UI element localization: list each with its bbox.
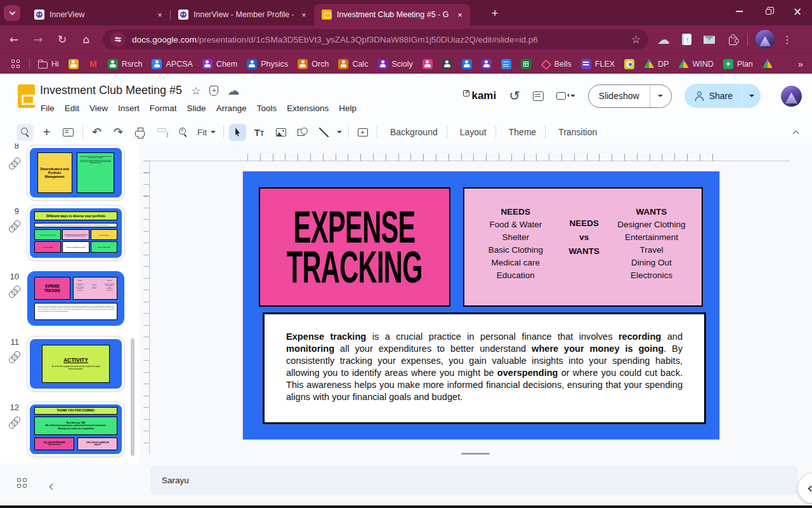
bookmark-item[interactable] [69, 59, 79, 69]
bookmark-item[interactable]: Scioly [377, 59, 412, 69]
grid-view-button[interactable] [17, 478, 27, 488]
tab-close-icon[interactable]: × [455, 10, 465, 20]
mail-extension-icon[interactable] [703, 33, 716, 46]
background-button[interactable]: Background [383, 124, 445, 140]
account-avatar[interactable] [781, 86, 802, 107]
refresh-button[interactable]: ↻ [52, 29, 72, 50]
select-tool-icon[interactable] [229, 124, 246, 141]
slide-thumbnail[interactable]: Different ways to diverse your portfolio… [27, 205, 125, 261]
document-title[interactable]: Investment Club Meeting #5 [40, 84, 182, 97]
bookmark-item[interactable]: Rsrch [108, 59, 143, 69]
browser-tab-active[interactable]: Investment Club Meeting #5 - G × [314, 4, 470, 25]
chevron-down-icon[interactable] [211, 131, 216, 136]
restore-button[interactable] [754, 0, 783, 23]
approvals-shield-icon[interactable] [209, 86, 218, 96]
share-dropdown[interactable] [742, 84, 761, 108]
browser-menu-icon[interactable]: ⋮ [782, 34, 792, 46]
bookmark-item[interactable]: DP [644, 59, 669, 69]
tab-close-icon[interactable]: × [155, 10, 165, 20]
bookmarks-overflow-chevron[interactable]: » [798, 58, 803, 69]
saved-to-drive-cloud-icon[interactable]: ☁ [227, 84, 239, 97]
slide-thumbnail[interactable]: Diversification and Portfolio Management… [27, 145, 125, 201]
new-slide-plus-icon[interactable]: + [38, 124, 55, 141]
browser-tab-2[interactable]: InnerView - Member Profile - Sa × [171, 4, 314, 25]
bookmark-item[interactable] [624, 59, 634, 69]
filmstrip-scrollbar[interactable] [131, 338, 134, 456]
current-slide[interactable]: EXPENSE TRACKING NEEDS Food & WaterShelt… [243, 171, 719, 439]
comments-icon[interactable] [533, 91, 544, 101]
slide-thumbnail[interactable]: ACTIVITY Go to the link in google classr… [27, 336, 125, 392]
star-document-icon[interactable]: ☆ [191, 84, 200, 97]
bookmark-item[interactable]: M [88, 59, 98, 69]
redo-icon[interactable]: ↷ [110, 124, 127, 141]
notebook-extension-icon[interactable]: ↑ [680, 33, 693, 46]
show-side-panel-button[interactable] [798, 474, 812, 503]
menu-item[interactable]: Insert [113, 102, 145, 115]
bookmark-item[interactable]: WIND [678, 59, 713, 69]
slideshow-button[interactable]: Slideshow [588, 84, 672, 108]
close-button[interactable]: × [783, 0, 812, 23]
bookmark-item[interactable]: Physics [247, 59, 288, 69]
collapse-filmstrip-button[interactable] [50, 480, 55, 491]
menu-item[interactable]: Extensions [282, 102, 334, 115]
paint-format-icon[interactable] [153, 124, 170, 141]
apps-grid-icon[interactable] [11, 60, 20, 69]
print-icon[interactable] [131, 124, 148, 141]
insert-line-icon[interactable] [315, 124, 332, 141]
site-settings-icon[interactable] [110, 32, 126, 47]
text-box-icon[interactable]: TT [251, 124, 268, 141]
menu-item[interactable]: Tools [252, 102, 282, 115]
transition-button[interactable]: Transition [551, 124, 605, 140]
bookmark-item[interactable]: +Plan [723, 59, 753, 69]
slide-thumbnail[interactable]: THANK YOU FOR COMING! Next Meeting: TBD … [27, 401, 125, 457]
undo-icon[interactable]: ↶ [88, 124, 105, 141]
bookmark-item[interactable] [462, 59, 472, 69]
extensions-puzzle-icon[interactable] [726, 33, 738, 46]
layout-button[interactable]: Layout [452, 124, 494, 140]
insert-shape-icon[interactable] [294, 124, 311, 141]
chevron-down-icon[interactable] [337, 131, 342, 136]
search-menus-icon[interactable] [16, 124, 34, 141]
speaker-notes-input[interactable]: Sarayu [150, 465, 798, 495]
needs-wants-box[interactable]: NEEDS Food & WaterShelterBasic ClothingM… [463, 187, 703, 307]
bookmark-item[interactable]: FLEX [581, 59, 615, 69]
slide-thumbnail-selected[interactable]: EXPENSETRACKING NEEDS Food & Water Shelt… [27, 271, 125, 326]
bookmark-item[interactable] [422, 59, 433, 69]
back-button[interactable]: ← [4, 29, 24, 50]
bookmark-item[interactable]: Orch [298, 59, 329, 69]
browser-profile-avatar[interactable] [756, 30, 775, 49]
slide-title-box[interactable]: EXPENSE TRACKING [259, 187, 450, 307]
zoom-icon[interactable] [174, 124, 192, 141]
insert-image-icon[interactable] [272, 124, 289, 141]
menu-item[interactable]: Edit [60, 102, 84, 115]
cloud-extension-icon[interactable]: ☁ [657, 33, 670, 46]
new-slide-layout-icon[interactable] [60, 124, 77, 141]
bookmark-star-icon[interactable]: ☆ [631, 33, 641, 46]
bookmark-item[interactable] [763, 59, 773, 69]
menu-item[interactable]: Format [145, 102, 182, 115]
address-bar[interactable]: docs.google.com/presentation/d/1cSMa3D5E… [103, 29, 648, 50]
paragraph-box[interactable]: Expense tracking is a crucial practice i… [263, 312, 706, 424]
share-button[interactable]: Share [684, 84, 761, 108]
menu-item[interactable]: Arrange [211, 102, 252, 115]
meet-button[interactable] [556, 92, 575, 100]
home-button[interactable]: ⌂ [76, 29, 96, 50]
tab-close-icon[interactable]: × [299, 10, 309, 20]
menu-item[interactable]: Slide [182, 102, 211, 115]
browser-tab-1[interactable]: InnerView × [27, 4, 170, 25]
menu-item[interactable]: Help [334, 102, 362, 115]
notes-resize-handle[interactable] [461, 453, 490, 455]
forward-button[interactable]: → [28, 29, 48, 50]
kami-extension-button[interactable]: kami [463, 90, 496, 102]
menu-item[interactable]: View [84, 102, 113, 115]
new-tab-button[interactable]: + [487, 6, 502, 21]
bookmark-item[interactable] [481, 59, 492, 69]
hide-menus-button[interactable] [794, 127, 798, 138]
google-slides-logo-icon[interactable] [18, 84, 35, 108]
zoom-fit-label[interactable]: Fit [197, 128, 207, 137]
minimize-button[interactable] [724, 0, 754, 23]
menu-item[interactable]: File [36, 102, 60, 115]
insert-comment-icon[interactable] [354, 124, 371, 141]
bookmark-item[interactable]: Calc [338, 59, 368, 69]
bookmark-item[interactable] [501, 59, 511, 69]
